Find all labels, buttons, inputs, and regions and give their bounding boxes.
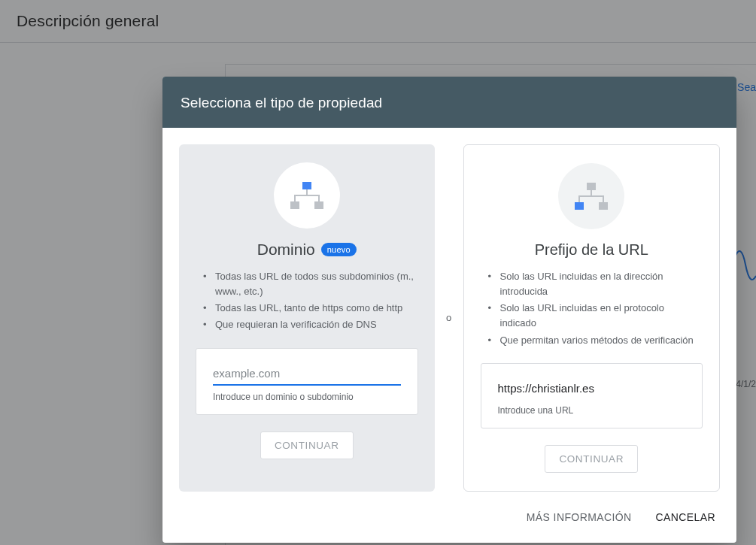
url-bullets: Solo las URL incluidas en la dirección i… bbox=[481, 269, 703, 350]
list-item: Todas las URL de todos sus subdominios (… bbox=[196, 269, 417, 299]
cancel-button[interactable]: CANCELAR bbox=[654, 508, 717, 526]
svg-rect-4 bbox=[575, 202, 584, 210]
url-input[interactable] bbox=[498, 379, 686, 399]
domain-input[interactable] bbox=[213, 364, 401, 386]
domain-input-block: Introduce un dominio o subdominio bbox=[196, 348, 418, 415]
domain-card-title-row: Dominio nuevo bbox=[257, 241, 357, 259]
list-item: Solo las URL incluidas en la dirección i… bbox=[481, 269, 702, 299]
url-prefix-card[interactable]: Prefijo de la URL Solo las URL incluidas… bbox=[463, 144, 721, 492]
svg-rect-1 bbox=[290, 201, 299, 209]
url-input-block: Introduce una URL bbox=[481, 363, 703, 428]
svg-rect-5 bbox=[599, 202, 608, 210]
dialog-actions: MÁS INFORMACIÓN CANCELAR bbox=[162, 492, 736, 543]
domain-input-hint: Introduce un dominio o subdominio bbox=[213, 392, 401, 402]
list-item: Solo las URL incluidas en el protocolo i… bbox=[481, 301, 702, 331]
dialog-header: Selecciona el tipo de propiedad bbox=[162, 77, 736, 128]
url-card-title: Prefijo de la URL bbox=[535, 241, 648, 259]
new-badge: nuevo bbox=[321, 243, 357, 256]
domain-continue-button[interactable]: CONTINUAR bbox=[260, 431, 354, 459]
svg-rect-3 bbox=[587, 183, 596, 190]
url-continue-button[interactable]: CONTINUAR bbox=[545, 445, 638, 473]
svg-rect-0 bbox=[302, 182, 311, 189]
list-item: Que requieran la verificación de DNS bbox=[196, 317, 417, 332]
property-type-dialog: Selecciona el tipo de propiedad Dominio … bbox=[162, 77, 736, 543]
dialog-title: Selecciona el tipo de propiedad bbox=[181, 95, 718, 111]
domain-bullets: Todas las URL de todos sus subdominios (… bbox=[196, 269, 418, 335]
more-info-button[interactable]: MÁS INFORMACIÓN bbox=[525, 508, 633, 526]
sitemap-domain-icon bbox=[274, 162, 340, 229]
list-item: Que permitan varios métodos de verificac… bbox=[481, 333, 702, 348]
svg-rect-2 bbox=[314, 201, 323, 209]
url-card-title-row: Prefijo de la URL bbox=[535, 241, 648, 259]
url-input-hint: Introduce una URL bbox=[498, 405, 686, 416]
domain-card[interactable]: Dominio nuevo Todas las URL de todos sus… bbox=[179, 144, 435, 492]
card-separator: o bbox=[435, 144, 463, 492]
domain-card-title: Dominio bbox=[257, 241, 315, 259]
list-item: Todas las URL, tanto de https como de ht… bbox=[196, 301, 417, 316]
sitemap-url-icon bbox=[558, 163, 624, 229]
dialog-body: Dominio nuevo Todas las URL de todos sus… bbox=[162, 128, 736, 492]
